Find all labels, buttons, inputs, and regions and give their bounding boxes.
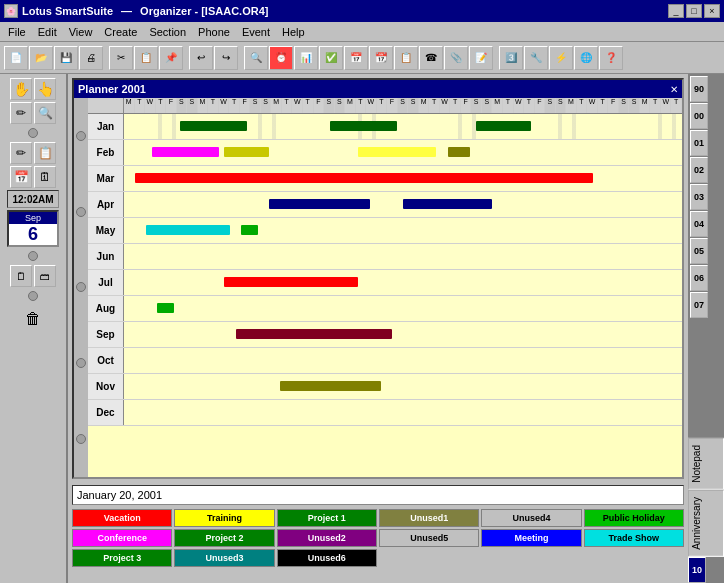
num-tab-02[interactable]: 02 [690, 157, 708, 183]
menu-view[interactable]: View [63, 24, 99, 40]
pencil2-btn[interactable]: ✏ [10, 142, 32, 164]
row-nov[interactable]: Nov [88, 374, 682, 400]
menu-help[interactable]: Help [276, 24, 311, 40]
dh-40: S [545, 98, 556, 113]
menu-edit[interactable]: Edit [32, 24, 63, 40]
search-btn[interactable]: 🔍 [34, 102, 56, 124]
view-btn2[interactable]: 🗃 [34, 265, 56, 287]
tb-help[interactable]: ❓ [599, 46, 623, 70]
date-field[interactable] [72, 485, 684, 505]
menu-create[interactable]: Create [98, 24, 143, 40]
window-controls[interactable]: _ □ × [668, 4, 720, 18]
row-jul[interactable]: Jul [88, 270, 682, 296]
dh-26: S [398, 98, 409, 113]
dh-44: W [587, 98, 598, 113]
tb-b7[interactable]: 📎 [444, 46, 468, 70]
row-apr[interactable]: Apr [88, 192, 682, 218]
minimize-btn[interactable]: _ [668, 4, 684, 18]
tb-b12[interactable]: 🌐 [574, 46, 598, 70]
menu-file[interactable]: File [2, 24, 32, 40]
calendar-widget[interactable]: Sep 6 [7, 210, 59, 247]
menu-event[interactable]: Event [236, 24, 276, 40]
title-bar-text: Lotus SmartSuite [22, 5, 113, 17]
row-jun[interactable]: Jun [88, 244, 682, 270]
legend-unused2[interactable]: Unused2 [277, 529, 377, 547]
pointer-tool-btn[interactable]: 👆 [34, 78, 56, 100]
view-btn1[interactable]: 🗒 [10, 265, 32, 287]
legend-project2[interactable]: Project 2 [174, 529, 274, 547]
row-feb[interactable]: Feb [88, 140, 682, 166]
tb-find[interactable]: 🔍 [244, 46, 268, 70]
legend-project1[interactable]: Project 1 [277, 509, 377, 527]
tb-alarm[interactable]: ⏰ [269, 46, 293, 70]
maximize-btn[interactable]: □ [686, 4, 702, 18]
tb-print[interactable]: 🖨 [79, 46, 103, 70]
num-tab-07[interactable]: 07 [690, 292, 708, 318]
planner-close-btn[interactable]: ✕ [670, 84, 678, 95]
legend-unused1[interactable]: Unused1 [379, 509, 479, 527]
legend-trade-show[interactable]: Trade Show [584, 529, 684, 547]
num-tab-00[interactable]: 00 [690, 103, 708, 129]
legend-unused5[interactable]: Unused5 [379, 529, 479, 547]
planner-title: Planner 2001 [78, 83, 146, 95]
tb-b8[interactable]: 📝 [469, 46, 493, 70]
tb-b5[interactable]: 📋 [394, 46, 418, 70]
tb-open[interactable]: 📂 [29, 46, 53, 70]
notepad-tab[interactable]: Notepad [688, 438, 724, 490]
tb-cut[interactable]: ✂ [109, 46, 133, 70]
dh-20: S [335, 98, 346, 113]
tb-save[interactable]: 💾 [54, 46, 78, 70]
tb-b11[interactable]: ⚡ [549, 46, 573, 70]
cal-btn[interactable]: 📅 [10, 166, 32, 188]
row-sep[interactable]: Sep [88, 322, 682, 348]
tb-b1[interactable]: 📊 [294, 46, 318, 70]
cal2-btn[interactable]: 🗓 [34, 166, 56, 188]
row-mar[interactable]: Mar [88, 166, 682, 192]
trash-icon[interactable]: 🗑 [19, 305, 47, 333]
legend-public-holiday[interactable]: Public Holiday [584, 509, 684, 527]
legend-project3[interactable]: Project 3 [72, 549, 172, 567]
num-tab-90[interactable]: 90 [690, 76, 708, 102]
row-may[interactable]: May [88, 218, 682, 244]
num-tab-01[interactable]: 01 [690, 130, 708, 156]
legend-unused3[interactable]: Unused3 [174, 549, 274, 567]
tb-b6[interactable]: ☎ [419, 46, 443, 70]
close-btn[interactable]: × [704, 4, 720, 18]
menu-section[interactable]: Section [143, 24, 192, 40]
anniversary-tab[interactable]: Anniversary [688, 490, 724, 557]
tb-b2[interactable]: ✅ [319, 46, 343, 70]
num-tab-05[interactable]: 05 [690, 238, 708, 264]
menu-phone[interactable]: Phone [192, 24, 236, 40]
clip-btn[interactable]: 📋 [34, 142, 56, 164]
row-dec[interactable]: Dec [88, 400, 682, 426]
row-jan[interactable]: Jan [88, 114, 682, 140]
tb-b10[interactable]: 🔧 [524, 46, 548, 70]
may-days [124, 218, 682, 243]
row-aug[interactable]: Aug [88, 296, 682, 322]
legend-unused4[interactable]: Unused4 [481, 509, 581, 527]
tb-b4[interactable]: 📆 [369, 46, 393, 70]
tb-copy[interactable]: 📋 [134, 46, 158, 70]
num-tab-06[interactable]: 06 [690, 265, 708, 291]
tb-b9[interactable]: 3️⃣ [499, 46, 523, 70]
legend-vacation[interactable]: Vacation [72, 509, 172, 527]
tb-undo[interactable]: ↩ [189, 46, 213, 70]
may-bar-1 [146, 225, 230, 235]
num-tab-04[interactable]: 04 [690, 211, 708, 237]
tb-b3[interactable]: 📅 [344, 46, 368, 70]
hand-tool-btn[interactable]: ✋ [10, 78, 32, 100]
tb-redo[interactable]: ↪ [214, 46, 238, 70]
tb-new[interactable]: 📄 [4, 46, 28, 70]
pencil-btn[interactable]: ✏ [10, 102, 32, 124]
legend-conference[interactable]: Conference [72, 529, 172, 547]
num-tab-03[interactable]: 03 [690, 184, 708, 210]
row-oct[interactable]: Oct [88, 348, 682, 374]
jun-days [124, 244, 682, 269]
legend-unused6[interactable]: Unused6 [277, 549, 377, 567]
dh-43: T [577, 98, 588, 113]
legend-meeting[interactable]: Meeting [481, 529, 581, 547]
tb-paste[interactable]: 📌 [159, 46, 183, 70]
aug-days [124, 296, 682, 321]
legend-training[interactable]: Training [174, 509, 274, 527]
num-tab-10[interactable]: 10 [688, 557, 706, 583]
